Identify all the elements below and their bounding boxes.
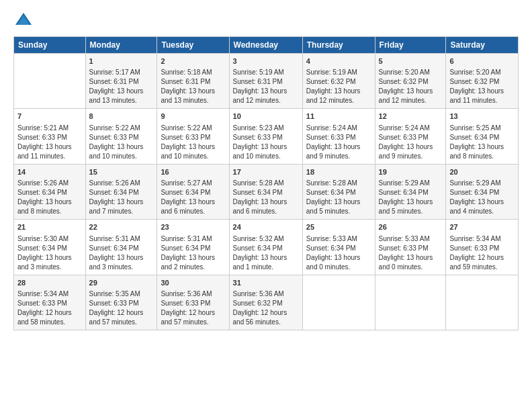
daylight: Daylight: 13 hours and 13 minutes. (161, 87, 215, 104)
sunset: Sunset: 6:33 PM (379, 244, 429, 252)
day-number: 16 (161, 167, 225, 177)
calendar-cell: 8 Sunrise: 5:22 AM Sunset: 6:33 PM Dayli… (85, 109, 157, 164)
sunset: Sunset: 6:32 PM (233, 300, 283, 307)
sunset: Sunset: 6:33 PM (449, 244, 499, 252)
sunrise: Sunrise: 5:19 AM (233, 68, 284, 76)
calendar-cell: 24 Sunrise: 5:32 AM Sunset: 6:34 PM Dayl… (229, 220, 302, 275)
daylight: Daylight: 13 hours and 12 minutes. (379, 87, 433, 104)
sunrise: Sunrise: 5:31 AM (89, 235, 140, 242)
logo-icon (13, 11, 34, 31)
daylight: Daylight: 12 hours and 59 minutes. (449, 254, 504, 271)
week-row-1: 1 Sunrise: 5:17 AM Sunset: 6:31 PM Dayli… (14, 54, 519, 109)
day-number: 28 (17, 278, 82, 288)
daylight: Daylight: 13 hours and 2 minutes. (161, 254, 215, 271)
sunrise: Sunrise: 5:29 AM (449, 179, 500, 187)
sunrise: Sunrise: 5:34 AM (449, 235, 500, 242)
col-header-wednesday: Wednesday (229, 37, 302, 54)
sunrise: Sunrise: 5:36 AM (233, 290, 284, 298)
sunrise: Sunrise: 5:29 AM (379, 179, 430, 187)
daylight: Daylight: 12 hours and 56 minutes. (233, 309, 287, 326)
sunset: Sunset: 6:33 PM (17, 300, 67, 307)
calendar-cell: 5 Sunrise: 5:20 AM Sunset: 6:32 PM Dayli… (375, 54, 446, 109)
sunrise: Sunrise: 5:23 AM (233, 124, 284, 132)
daylight: Daylight: 13 hours and 5 minutes. (379, 198, 433, 215)
day-number: 27 (449, 222, 515, 232)
daylight: Daylight: 13 hours and 5 minutes. (306, 198, 361, 215)
day-number: 7 (17, 111, 82, 122)
day-number: 26 (379, 222, 443, 232)
daylight: Daylight: 13 hours and 7 minutes. (89, 198, 144, 215)
daylight: Daylight: 13 hours and 6 minutes. (233, 198, 287, 215)
sunset: Sunset: 6:34 PM (89, 189, 139, 196)
daylight: Daylight: 13 hours and 9 minutes. (379, 143, 433, 160)
sunrise: Sunrise: 5:26 AM (89, 179, 140, 187)
calendar-cell: 16 Sunrise: 5:27 AM Sunset: 6:34 PM Dayl… (157, 164, 229, 219)
calendar-cell: 21 Sunrise: 5:30 AM Sunset: 6:34 PM Dayl… (14, 220, 86, 275)
sunrise: Sunrise: 5:34 AM (17, 290, 69, 298)
calendar-cell (375, 275, 446, 330)
daylight: Daylight: 13 hours and 10 minutes. (233, 143, 287, 160)
sunset: Sunset: 6:31 PM (233, 78, 283, 85)
daylight: Daylight: 12 hours and 58 minutes. (17, 309, 72, 326)
day-number: 24 (233, 222, 299, 232)
calendar-cell: 20 Sunrise: 5:29 AM Sunset: 6:34 PM Dayl… (446, 164, 519, 219)
day-number: 4 (306, 56, 371, 66)
day-number: 8 (89, 111, 154, 122)
calendar-cell: 28 Sunrise: 5:34 AM Sunset: 6:33 PM Dayl… (14, 275, 86, 330)
calendar-cell (302, 275, 375, 330)
daylight: Daylight: 13 hours and 0 minutes. (306, 254, 361, 271)
daylight: Daylight: 13 hours and 11 minutes. (17, 143, 72, 160)
daylight: Daylight: 13 hours and 10 minutes. (89, 143, 144, 160)
sunrise: Sunrise: 5:20 AM (379, 68, 430, 76)
sunrise: Sunrise: 5:26 AM (17, 179, 69, 187)
daylight: Daylight: 12 hours and 57 minutes. (161, 309, 215, 326)
week-row-4: 21 Sunrise: 5:30 AM Sunset: 6:34 PM Dayl… (14, 220, 519, 275)
sunset: Sunset: 6:32 PM (306, 78, 356, 85)
day-number: 17 (233, 167, 299, 177)
week-row-5: 28 Sunrise: 5:34 AM Sunset: 6:33 PM Dayl… (14, 275, 519, 330)
sunset: Sunset: 6:33 PM (161, 300, 210, 307)
calendar-cell: 31 Sunrise: 5:36 AM Sunset: 6:32 PM Dayl… (229, 275, 302, 330)
calendar-cell: 13 Sunrise: 5:25 AM Sunset: 6:34 PM Dayl… (446, 109, 519, 164)
calendar-cell: 6 Sunrise: 5:20 AM Sunset: 6:32 PM Dayli… (446, 54, 519, 109)
calendar-cell: 29 Sunrise: 5:35 AM Sunset: 6:33 PM Dayl… (85, 275, 157, 330)
col-header-friday: Friday (375, 37, 446, 54)
daylight: Daylight: 13 hours and 12 minutes. (233, 87, 287, 104)
sunset: Sunset: 6:34 PM (161, 189, 210, 196)
calendar-cell: 9 Sunrise: 5:22 AM Sunset: 6:33 PM Dayli… (157, 109, 229, 164)
sunrise: Sunrise: 5:28 AM (233, 179, 284, 187)
sunset: Sunset: 6:34 PM (233, 244, 283, 252)
sunrise: Sunrise: 5:24 AM (379, 124, 430, 132)
week-row-2: 7 Sunrise: 5:21 AM Sunset: 6:33 PM Dayli… (14, 109, 519, 164)
day-number: 2 (161, 56, 225, 66)
sunset: Sunset: 6:34 PM (306, 189, 356, 196)
calendar-cell (446, 275, 519, 330)
sunset: Sunset: 6:33 PM (306, 134, 356, 141)
calendar-cell: 14 Sunrise: 5:26 AM Sunset: 6:34 PM Dayl… (14, 164, 86, 219)
sunrise: Sunrise: 5:31 AM (161, 235, 212, 242)
sunset: Sunset: 6:34 PM (161, 244, 210, 252)
sunrise: Sunrise: 5:17 AM (89, 68, 140, 76)
calendar-cell: 12 Sunrise: 5:24 AM Sunset: 6:33 PM Dayl… (375, 109, 446, 164)
calendar-cell: 17 Sunrise: 5:28 AM Sunset: 6:34 PM Dayl… (229, 164, 302, 219)
day-number: 1 (89, 56, 154, 66)
week-row-3: 14 Sunrise: 5:26 AM Sunset: 6:34 PM Dayl… (14, 164, 519, 219)
day-number: 3 (233, 56, 299, 66)
calendar-cell: 4 Sunrise: 5:19 AM Sunset: 6:32 PM Dayli… (302, 54, 375, 109)
sunset: Sunset: 6:34 PM (449, 134, 499, 141)
col-header-thursday: Thursday (302, 37, 375, 54)
day-number: 14 (17, 167, 82, 177)
daylight: Daylight: 13 hours and 0 minutes. (379, 254, 433, 271)
col-header-tuesday: Tuesday (157, 37, 229, 54)
daylight: Daylight: 13 hours and 3 minutes. (89, 254, 144, 271)
day-number: 5 (379, 56, 443, 66)
sunset: Sunset: 6:33 PM (233, 134, 283, 141)
daylight: Daylight: 13 hours and 8 minutes. (17, 198, 72, 215)
sunset: Sunset: 6:34 PM (449, 189, 499, 196)
daylight: Daylight: 13 hours and 4 minutes. (449, 198, 504, 215)
sunrise: Sunrise: 5:35 AM (89, 290, 140, 298)
sunrise: Sunrise: 5:33 AM (379, 235, 430, 242)
sunrise: Sunrise: 5:22 AM (161, 124, 212, 132)
sunset: Sunset: 6:31 PM (89, 78, 139, 85)
sunset: Sunset: 6:34 PM (17, 189, 67, 196)
